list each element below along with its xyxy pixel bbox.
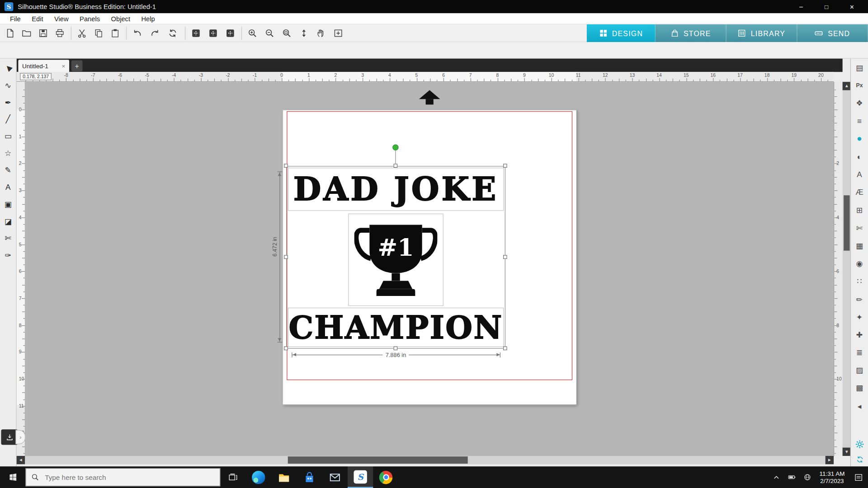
scroll-down-button[interactable]: ▼ xyxy=(843,448,851,456)
layers-panel[interactable]: ≣ xyxy=(851,343,868,361)
battery-icon[interactable] xyxy=(784,466,799,488)
menu-help[interactable]: Help xyxy=(136,13,160,24)
trace-panel[interactable]: ◉ xyxy=(851,254,868,272)
taskbar-clock[interactable]: 11:31 AM 2/7/2023 xyxy=(815,470,849,484)
line-style-panel[interactable]: ≡ xyxy=(851,112,868,130)
scroll-left-button[interactable]: ◄ xyxy=(17,456,25,464)
library-sync-icon[interactable] xyxy=(851,453,868,466)
deselect-button[interactable] xyxy=(222,25,238,41)
page-setup-panel[interactable]: ▤ xyxy=(851,59,868,76)
tab-library[interactable]: LIBRARY xyxy=(726,24,797,42)
sync-button[interactable] xyxy=(165,25,180,41)
vertical-scroll-thumb[interactable] xyxy=(844,195,849,250)
sticky-note-tool[interactable]: ▣ xyxy=(0,196,16,213)
save-button[interactable] xyxy=(35,25,51,41)
selection-handle[interactable] xyxy=(503,164,507,168)
rhinestone-panel[interactable]: ✦ xyxy=(851,308,868,326)
selection-handle[interactable] xyxy=(284,255,288,259)
selection-handle[interactable] xyxy=(394,347,398,351)
trophy-frame[interactable]: #1 xyxy=(348,214,443,306)
selection-handle[interactable] xyxy=(503,255,507,259)
select-all-button[interactable] xyxy=(188,25,203,41)
taskbar-search[interactable] xyxy=(25,468,220,486)
select-by-color-button[interactable] xyxy=(205,25,221,41)
document-tab[interactable]: Untitled-1 × xyxy=(18,60,69,72)
hatch-panel[interactable]: ▨ xyxy=(851,361,868,379)
text-tool[interactable]: A xyxy=(0,178,16,196)
redo-button[interactable] xyxy=(147,25,163,41)
selection-handle[interactable] xyxy=(394,164,398,168)
menu-view[interactable]: View xyxy=(49,13,74,24)
text-frame-line1[interactable]: DAD JOKE xyxy=(288,168,504,211)
point-edit-tool[interactable]: ✒ xyxy=(0,94,16,111)
scroll-up-button[interactable]: ▲ xyxy=(843,82,851,90)
paste-button[interactable] xyxy=(108,25,123,41)
knife-tool[interactable]: ✄ xyxy=(0,230,16,247)
horizontal-scrollbar[interactable]: ◄ ► xyxy=(17,456,834,464)
taskbar-app-chrome[interactable] xyxy=(373,466,398,488)
task-view-button[interactable] xyxy=(220,466,245,488)
menu-edit[interactable]: Edit xyxy=(26,13,49,24)
stipple-panel[interactable]: ∷ xyxy=(851,272,868,290)
lasso-select-tool[interactable]: ∿ xyxy=(0,77,16,94)
settings-gear-icon[interactable] xyxy=(851,437,868,451)
rectangle-tool[interactable]: ▭ xyxy=(0,128,16,145)
menu-object[interactable]: Object xyxy=(105,13,136,24)
taskbar-app-silhouette[interactable]: S xyxy=(348,466,373,488)
network-icon[interactable] xyxy=(799,466,815,488)
add-tab-button[interactable]: + xyxy=(71,60,82,71)
taskbar-app-file-explorer[interactable] xyxy=(271,466,297,488)
tray-chevron-icon[interactable] xyxy=(769,466,784,488)
tab-close-icon[interactable]: × xyxy=(62,62,66,69)
eyedropper-tool[interactable]: ✑ xyxy=(0,247,16,264)
search-input[interactable] xyxy=(44,473,204,482)
line-tool[interactable]: ╱ xyxy=(0,111,16,128)
image-effects-panel[interactable]: ▦ xyxy=(851,237,868,254)
copy-button[interactable] xyxy=(91,25,106,41)
pixscan-panel[interactable]: Px xyxy=(851,76,868,94)
vertical-scrollbar[interactable]: ▲ ▼ xyxy=(843,82,851,456)
taskbar-app-edge[interactable] xyxy=(246,466,271,488)
knife-panel[interactable]: ✄ xyxy=(851,219,868,237)
selection-handle[interactable] xyxy=(503,347,507,351)
horizontal-scroll-thumb[interactable] xyxy=(288,456,468,464)
fill-panel[interactable]: ● xyxy=(851,130,868,147)
tab-store[interactable]: STORE xyxy=(656,24,726,42)
taskbar-app-mail[interactable] xyxy=(322,466,348,488)
puzzle-panel[interactable]: ✚ xyxy=(851,326,868,343)
tab-design[interactable]: DESIGN xyxy=(587,24,656,42)
drag-zoom-button[interactable] xyxy=(279,25,294,41)
zoom-out-button[interactable] xyxy=(262,25,277,41)
glyph-panel[interactable]: Æ xyxy=(851,183,868,201)
open-button[interactable] xyxy=(19,25,34,41)
freehand-draw-tool[interactable]: ✎ xyxy=(0,162,16,179)
undo-button[interactable] xyxy=(130,25,145,41)
menu-panels[interactable]: Panels xyxy=(74,13,105,24)
design-view-panel[interactable]: ❖ xyxy=(851,94,868,112)
tab-send[interactable]: SEND xyxy=(797,24,868,42)
text-frame-line2[interactable]: CHAMPION xyxy=(288,308,504,347)
rotation-handle[interactable] xyxy=(392,145,398,150)
start-button[interactable] xyxy=(0,466,25,488)
scroll-right-button[interactable]: ► xyxy=(826,456,834,464)
new-document-button[interactable] xyxy=(2,25,18,41)
collapse-panel-arrow[interactable]: ◂ xyxy=(851,397,868,415)
offset-panel[interactable]: ⊞ xyxy=(851,201,868,219)
menu-file[interactable]: File xyxy=(5,13,26,24)
action-center-icon[interactable] xyxy=(849,466,868,488)
taskbar-app-store[interactable] xyxy=(297,466,322,488)
cut-button[interactable] xyxy=(74,25,90,41)
minimize-button[interactable]: − xyxy=(788,0,814,13)
zoom-in-button[interactable] xyxy=(245,25,260,41)
close-button[interactable]: × xyxy=(839,0,864,13)
select-tool[interactable]: ▶ xyxy=(0,60,16,77)
selection-handle[interactable] xyxy=(284,347,288,351)
design-text-line2[interactable]: CHAMPION xyxy=(288,309,503,346)
pan-tool-button[interactable] xyxy=(313,25,329,41)
fit-height-button[interactable] xyxy=(296,25,311,41)
selection-handle[interactable] xyxy=(284,164,288,168)
design-text-line1[interactable]: DAD JOKE xyxy=(293,170,499,208)
eraser-tool[interactable]: ◪ xyxy=(0,212,16,230)
text-style-panel[interactable]: A xyxy=(851,165,868,183)
shadow-panel[interactable]: ◐ xyxy=(851,148,868,165)
